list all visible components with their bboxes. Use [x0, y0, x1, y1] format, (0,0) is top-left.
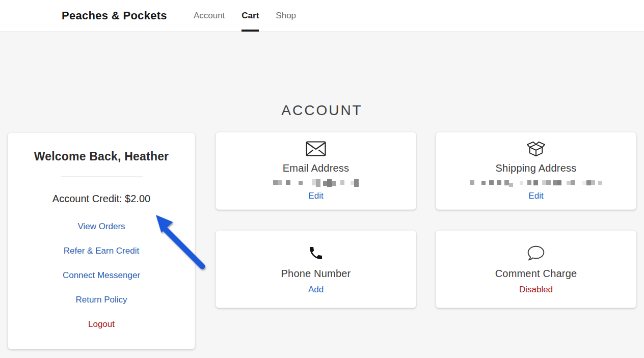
redacted-block	[546, 180, 551, 185]
redacted-block	[567, 181, 571, 185]
redacted-block	[504, 180, 509, 185]
redacted-block	[299, 181, 303, 185]
page-title: ACCOUNT	[0, 102, 644, 119]
refer-earn-credit-link[interactable]: Refer & Earn Credit	[8, 246, 195, 256]
connect-messenger-link[interactable]: Connect Messenger	[8, 270, 195, 281]
nav-item-shop[interactable]: Shop	[276, 0, 296, 32]
redacted-block	[542, 180, 546, 185]
redacted-block	[586, 180, 591, 185]
envelope-icon	[306, 141, 326, 157]
card-title: Email Address	[283, 162, 349, 174]
redacted-block	[286, 180, 290, 185]
logout-link[interactable]: Logout	[8, 319, 195, 329]
comment-charge-card: Comment Charge Disabled	[436, 230, 636, 308]
redacted-block	[354, 179, 359, 187]
redacted-block	[470, 180, 474, 185]
redacted-block	[509, 183, 513, 187]
phone-number-card: Phone Number Add	[216, 230, 416, 308]
edit-shipping-link[interactable]: Edit	[528, 190, 543, 202]
redacted-block	[316, 179, 320, 187]
view-orders-link[interactable]: View Orders	[8, 222, 195, 232]
card-title: Shipping Address	[496, 162, 577, 174]
add-phone-link[interactable]: Add	[308, 284, 324, 295]
phone-icon	[308, 245, 324, 261]
account-credit: Account Credit: $2.00	[8, 193, 195, 205]
redacted-block	[481, 181, 486, 185]
active-tab-underline	[242, 30, 259, 32]
profile-card: Welcome Back, Heather Account Credit: $2…	[8, 132, 195, 349]
redacted-block	[553, 180, 557, 185]
open-box-icon	[526, 141, 546, 157]
redacted-block	[332, 181, 336, 186]
edit-email-link[interactable]: Edit	[308, 190, 323, 202]
main-nav: Account Cart Shop	[194, 0, 313, 32]
redacted-block	[598, 181, 602, 185]
speech-bubble-icon	[527, 245, 545, 261]
redacted-email-value	[273, 178, 359, 187]
redacted-block	[527, 180, 531, 185]
redacted-block	[591, 180, 595, 185]
divider	[61, 177, 143, 177]
comment-charge-status[interactable]: Disabled	[519, 284, 553, 295]
redacted-block	[323, 181, 327, 186]
redacted-block	[582, 181, 586, 185]
redacted-block	[312, 179, 316, 185]
redacted-block	[571, 180, 575, 185]
redacted-block	[278, 180, 282, 185]
welcome-message: Welcome Back, Heather	[8, 150, 195, 163]
nav-item-account[interactable]: Account	[194, 0, 225, 32]
redacted-block	[497, 180, 501, 185]
brand-logo: Peaches & Pockets	[62, 9, 167, 22]
return-policy-link[interactable]: Return Policy	[8, 295, 195, 305]
redacted-block	[273, 180, 278, 185]
redacted-block	[520, 181, 523, 185]
shipping-address-card: Shipping Address Edit	[436, 132, 636, 210]
header: Peaches & Pockets Account Cart Shop	[0, 0, 644, 32]
nav-item-cart[interactable]: Cart	[242, 0, 259, 32]
redacted-block	[489, 180, 494, 185]
redacted-block	[340, 180, 344, 185]
redacted-block	[327, 179, 332, 187]
redacted-block	[351, 181, 354, 185]
email-address-card: Email Address Edit	[216, 132, 416, 210]
card-title: Comment Charge	[495, 268, 577, 280]
redacted-block	[533, 180, 538, 185]
profile-links: View Orders Refer & Earn Credit Connect …	[8, 222, 195, 329]
redacted-shipping-value	[470, 178, 602, 187]
account-page: Peaches & Pockets Account Cart Shop ACCO…	[0, 0, 644, 358]
redacted-block	[557, 180, 561, 185]
nav-item-cart-label: Cart	[242, 11, 259, 21]
card-title: Phone Number	[281, 268, 351, 280]
